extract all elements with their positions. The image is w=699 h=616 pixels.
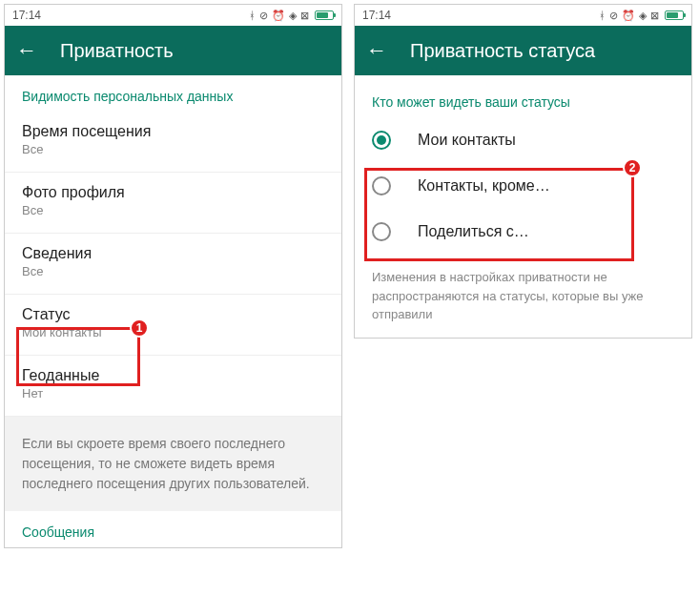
- radio-icon: [372, 176, 391, 195]
- setting-label: Статус: [22, 306, 324, 323]
- setting-profile-photo[interactable]: Фото профиля Все: [5, 173, 341, 234]
- setting-value: Все: [22, 264, 324, 278]
- setting-about[interactable]: Сведения Все: [5, 234, 341, 295]
- info-note: Если вы скроете время своего последнего …: [5, 417, 341, 511]
- privacy-note: Изменения в настройках приватности не ра…: [355, 255, 691, 338]
- setting-status[interactable]: Статус Мои контакты: [5, 295, 341, 356]
- dnd-icon: ⊘: [259, 10, 268, 22]
- annotation-badge-2: 2: [623, 158, 642, 177]
- section-header: Кто может видеть ваши статусы: [355, 75, 691, 117]
- setting-label: Сведения: [22, 245, 324, 262]
- box-icon: ⊠: [300, 10, 309, 22]
- radio-icon: [372, 222, 391, 241]
- back-arrow-icon[interactable]: ←: [366, 38, 387, 63]
- setting-label: Фото профиля: [22, 184, 324, 201]
- setting-value: Все: [22, 203, 324, 217]
- setting-value: Нет: [22, 386, 324, 400]
- setting-value: Все: [22, 142, 324, 156]
- status-icons: ᚼ ⊘ ⏰ ◈ ⊠: [599, 10, 684, 22]
- status-bar: 17:14 ᚼ ⊘ ⏰ ◈ ⊠: [355, 5, 691, 26]
- bluetooth-icon: ᚼ: [599, 10, 606, 21]
- phone-screen-privacy: 17:14 ᚼ ⊘ ⏰ ◈ ⊠ ← Приватность Видимость …: [4, 4, 342, 548]
- setting-value: Мои контакты: [22, 325, 324, 339]
- battery-icon: [315, 10, 334, 20]
- radio-label: Контакты, кроме…: [418, 177, 550, 195]
- setting-last-seen[interactable]: Время посещения Все: [5, 112, 341, 173]
- status-time: 17:14: [12, 9, 41, 22]
- battery-icon: [665, 10, 684, 20]
- radio-label: Мои контакты: [418, 132, 516, 149]
- radio-my-contacts[interactable]: Мои контакты: [355, 117, 691, 163]
- settings-content: Видимость персональных данных Время посе…: [5, 75, 341, 547]
- status-icons: ᚼ ⊘ ⏰ ◈ ⊠: [249, 10, 334, 22]
- status-bar: 17:14 ᚼ ⊘ ⏰ ◈ ⊠: [5, 5, 341, 26]
- app-header: ← Приватность: [5, 26, 341, 75]
- wifi-icon: ◈: [289, 10, 297, 22]
- setting-label: Время посещения: [22, 123, 324, 140]
- annotation-badge-1: 1: [130, 318, 149, 338]
- wifi-icon: ◈: [639, 10, 647, 22]
- bluetooth-icon: ᚼ: [249, 10, 256, 21]
- page-title: Приватность: [60, 40, 174, 62]
- alarm-icon: ⏰: [272, 10, 285, 22]
- section-header: Видимость персональных данных: [5, 75, 341, 112]
- setting-label: Геоданные: [22, 367, 324, 384]
- alarm-icon: ⏰: [622, 10, 635, 22]
- status-time: 17:14: [362, 9, 391, 22]
- radio-label: Поделиться с…: [418, 223, 529, 240]
- phone-screen-status-privacy: 17:14 ᚼ ⊘ ⏰ ◈ ⊠ ← Приватность статуса Кт…: [354, 4, 692, 339]
- status-privacy-content: Кто может видеть ваши статусы Мои контак…: [355, 75, 691, 338]
- app-header: ← Приватность статуса: [355, 26, 691, 75]
- box-icon: ⊠: [650, 10, 659, 22]
- setting-location[interactable]: Геоданные Нет: [5, 356, 341, 417]
- back-arrow-icon[interactable]: ←: [16, 38, 37, 63]
- page-title: Приватность статуса: [410, 40, 595, 62]
- dnd-icon: ⊘: [609, 10, 618, 22]
- section-messages-link[interactable]: Сообщения: [5, 511, 341, 547]
- radio-icon: [372, 131, 391, 150]
- radio-share-with[interactable]: Поделиться с…: [355, 209, 691, 255]
